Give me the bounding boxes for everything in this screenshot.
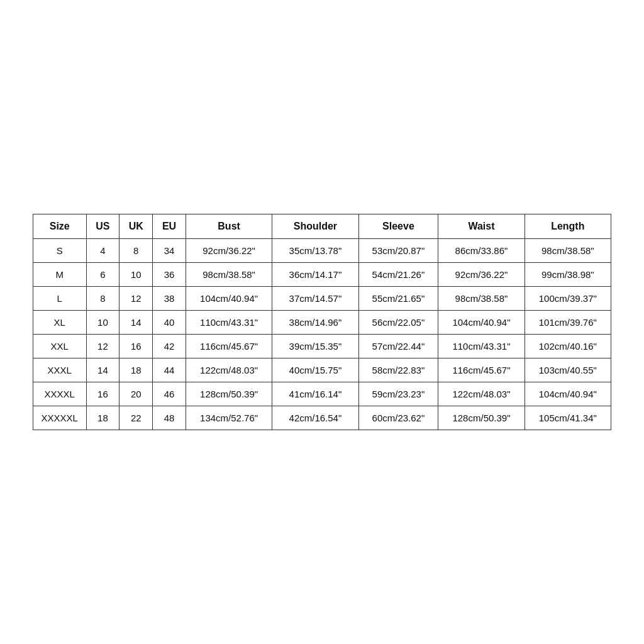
cell-eu: 40 xyxy=(153,311,186,335)
header-eu: EU xyxy=(153,214,186,239)
cell-waist: 86cm/33.86" xyxy=(438,239,525,263)
cell-uk: 20 xyxy=(119,382,153,406)
cell-eu: 46 xyxy=(153,382,186,406)
cell-us: 10 xyxy=(86,311,119,335)
cell-shoulder: 37cm/14.57" xyxy=(272,287,358,311)
cell-uk: 22 xyxy=(119,406,153,430)
cell-waist: 116cm/45.67" xyxy=(438,358,525,382)
cell-length: 100cm/39.37" xyxy=(525,287,611,311)
cell-sleeve: 60cm/23.62" xyxy=(358,406,438,430)
header-sleeve: Sleeve xyxy=(358,214,438,239)
cell-bust: 122cm/48.03" xyxy=(186,358,272,382)
table-row: XXL121642116cm/45.67"39cm/15.35"57cm/22.… xyxy=(33,335,611,358)
cell-us: 6 xyxy=(86,263,119,287)
cell-shoulder: 40cm/15.75" xyxy=(272,358,358,382)
cell-eu: 34 xyxy=(153,239,186,263)
table-row: XL101440110cm/43.31"38cm/14.96"56cm/22.0… xyxy=(33,311,611,335)
table-row: M6103698cm/38.58"36cm/14.17"54cm/21.26"9… xyxy=(33,263,611,287)
cell-waist: 104cm/40.94" xyxy=(438,311,525,335)
cell-us: 4 xyxy=(86,239,119,263)
cell-eu: 36 xyxy=(153,263,186,287)
cell-sleeve: 55cm/21.65" xyxy=(358,287,438,311)
cell-size: XL xyxy=(33,311,87,335)
cell-bust: 128cm/50.39" xyxy=(186,382,272,406)
cell-size: XXXXXL xyxy=(33,406,87,430)
header-waist: Waist xyxy=(438,214,525,239)
cell-waist: 122cm/48.03" xyxy=(438,382,525,406)
header-shoulder: Shoulder xyxy=(272,214,358,239)
cell-uk: 16 xyxy=(119,335,153,358)
cell-eu: 44 xyxy=(153,358,186,382)
cell-eu: 38 xyxy=(153,287,186,311)
cell-bust: 116cm/45.67" xyxy=(186,335,272,358)
cell-bust: 98cm/38.58" xyxy=(186,263,272,287)
cell-length: 104cm/40.94" xyxy=(525,382,611,406)
size-chart-container: Size US UK EU Bust Shoulder Sleeve Waist… xyxy=(33,214,611,430)
cell-us: 8 xyxy=(86,287,119,311)
cell-sleeve: 58cm/22.83" xyxy=(358,358,438,382)
cell-eu: 48 xyxy=(153,406,186,430)
cell-uk: 8 xyxy=(119,239,153,263)
cell-sleeve: 54cm/21.26" xyxy=(358,263,438,287)
cell-waist: 98cm/38.58" xyxy=(438,287,525,311)
cell-size: XXXXL xyxy=(33,382,87,406)
header-uk: UK xyxy=(119,214,153,239)
cell-us: 18 xyxy=(86,406,119,430)
cell-sleeve: 56cm/22.05" xyxy=(358,311,438,335)
cell-us: 14 xyxy=(86,358,119,382)
table-header-row: Size US UK EU Bust Shoulder Sleeve Waist… xyxy=(33,214,611,239)
cell-length: 103cm/40.55" xyxy=(525,358,611,382)
cell-length: 105cm/41.34" xyxy=(525,406,611,430)
cell-sleeve: 57cm/22.44" xyxy=(358,335,438,358)
cell-bust: 134cm/52.76" xyxy=(186,406,272,430)
cell-sleeve: 59cm/23.23" xyxy=(358,382,438,406)
cell-waist: 92cm/36.22" xyxy=(438,263,525,287)
header-size: Size xyxy=(33,214,87,239)
cell-length: 102cm/40.16" xyxy=(525,335,611,358)
cell-uk: 18 xyxy=(119,358,153,382)
cell-size: XXXL xyxy=(33,358,87,382)
cell-eu: 42 xyxy=(153,335,186,358)
cell-sleeve: 53cm/20.87" xyxy=(358,239,438,263)
cell-bust: 104cm/40.94" xyxy=(186,287,272,311)
cell-shoulder: 39cm/15.35" xyxy=(272,335,358,358)
table-row: S483492cm/36.22"35cm/13.78"53cm/20.87"86… xyxy=(33,239,611,263)
table-row: L81238104cm/40.94"37cm/14.57"55cm/21.65"… xyxy=(33,287,611,311)
cell-us: 16 xyxy=(86,382,119,406)
cell-shoulder: 35cm/13.78" xyxy=(272,239,358,263)
cell-length: 99cm/38.98" xyxy=(525,263,611,287)
cell-length: 101cm/39.76" xyxy=(525,311,611,335)
cell-shoulder: 38cm/14.96" xyxy=(272,311,358,335)
header-us: US xyxy=(86,214,119,239)
cell-bust: 92cm/36.22" xyxy=(186,239,272,263)
cell-waist: 110cm/43.31" xyxy=(438,335,525,358)
cell-size: M xyxy=(33,263,87,287)
cell-size: L xyxy=(33,287,87,311)
header-length: Length xyxy=(525,214,611,239)
cell-size: XXL xyxy=(33,335,87,358)
table-row: XXXL141844122cm/48.03"40cm/15.75"58cm/22… xyxy=(33,358,611,382)
cell-bust: 110cm/43.31" xyxy=(186,311,272,335)
cell-uk: 10 xyxy=(119,263,153,287)
size-chart-table: Size US UK EU Bust Shoulder Sleeve Waist… xyxy=(33,214,611,430)
cell-uk: 12 xyxy=(119,287,153,311)
cell-shoulder: 36cm/14.17" xyxy=(272,263,358,287)
cell-us: 12 xyxy=(86,335,119,358)
cell-waist: 128cm/50.39" xyxy=(438,406,525,430)
cell-size: S xyxy=(33,239,87,263)
cell-length: 98cm/38.58" xyxy=(525,239,611,263)
cell-shoulder: 41cm/16.14" xyxy=(272,382,358,406)
table-row: XXXXXL182248134cm/52.76"42cm/16.54"60cm/… xyxy=(33,406,611,430)
cell-shoulder: 42cm/16.54" xyxy=(272,406,358,430)
table-row: XXXXL162046128cm/50.39"41cm/16.14"59cm/2… xyxy=(33,382,611,406)
header-bust: Bust xyxy=(186,214,272,239)
cell-uk: 14 xyxy=(119,311,153,335)
